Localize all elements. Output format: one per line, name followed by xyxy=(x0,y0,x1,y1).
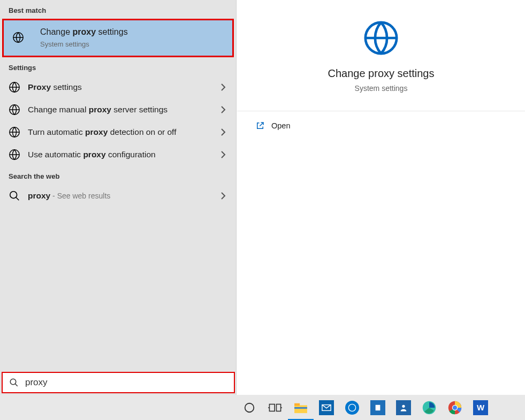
preview-title: Change proxy settings xyxy=(237,67,525,80)
svg-rect-10 xyxy=(276,404,280,411)
result-title: Use automatic proxy configuration xyxy=(28,149,212,160)
web-result-proxy[interactable]: proxy - See web results xyxy=(0,185,236,207)
best-match-title: Change proxy settings xyxy=(40,27,222,38)
blue-app-icon[interactable] xyxy=(365,395,391,420)
dell-app-icon[interactable] xyxy=(339,395,365,420)
svg-rect-16 xyxy=(376,404,381,410)
settings-result-turn-automatic-proxy[interactable]: Turn automatic proxy detection on or off xyxy=(0,121,236,143)
taskbar: W xyxy=(0,395,525,420)
result-title: Change manual proxy server settings xyxy=(28,104,212,115)
svg-point-17 xyxy=(402,404,405,407)
open-label: Open xyxy=(271,121,290,130)
chevron-right-icon xyxy=(217,106,230,113)
chevron-right-icon xyxy=(217,151,230,158)
settings-result-proxy-settings[interactable]: Proxy settings xyxy=(0,76,236,98)
svg-point-22 xyxy=(453,406,457,410)
settings-result-use-automatic-proxy[interactable]: Use automatic proxy configuration xyxy=(0,143,236,166)
file-explorer-icon[interactable] xyxy=(288,395,314,420)
svg-rect-12 xyxy=(294,403,300,406)
globe-icon xyxy=(9,104,28,116)
edge-browser-icon[interactable] xyxy=(416,395,442,420)
globe-icon xyxy=(9,81,28,93)
search-icon xyxy=(9,190,28,202)
cortana-icon[interactable] xyxy=(237,395,262,420)
chrome-browser-icon[interactable] xyxy=(442,395,468,420)
result-title: Turn automatic proxy detection on or off xyxy=(28,127,212,138)
svg-point-15 xyxy=(348,404,355,411)
svg-point-8 xyxy=(245,403,254,412)
globe-icon xyxy=(237,19,525,57)
svg-rect-11 xyxy=(294,405,307,413)
svg-rect-13 xyxy=(294,407,307,409)
chevron-right-icon xyxy=(217,83,230,91)
search-input[interactable] xyxy=(25,377,234,388)
task-view-icon[interactable] xyxy=(262,395,288,420)
open-icon xyxy=(255,121,271,131)
globe-icon xyxy=(9,149,28,161)
globe-icon xyxy=(12,32,40,43)
word-app-icon[interactable]: W xyxy=(468,395,493,420)
chevron-right-icon xyxy=(217,192,230,200)
result-title: proxy - See web results xyxy=(28,190,212,201)
search-box-container xyxy=(0,370,237,395)
contacts-app-icon[interactable] xyxy=(391,395,416,420)
section-header-best-match: Best match xyxy=(0,0,236,19)
best-match-subtitle: System settings xyxy=(40,40,222,48)
search-results-panel: Best match Change proxy settings System … xyxy=(0,0,237,395)
settings-result-change-manual-proxy[interactable]: Change manual proxy server settings xyxy=(0,98,236,121)
section-header-settings: Settings xyxy=(0,57,236,76)
svg-rect-9 xyxy=(269,404,275,411)
result-title: Proxy settings xyxy=(28,82,212,93)
mail-app-icon[interactable] xyxy=(314,395,339,420)
section-header-search-web: Search the web xyxy=(0,166,236,185)
svg-point-5 xyxy=(10,192,17,198)
search-box[interactable] xyxy=(2,372,235,393)
search-icon xyxy=(3,378,25,387)
preview-panel: Change proxy settings System settings Op… xyxy=(237,0,525,395)
best-match-result[interactable]: Change proxy settings System settings xyxy=(2,19,234,57)
preview-subtitle: System settings xyxy=(237,84,525,93)
globe-icon xyxy=(9,126,28,138)
svg-point-7 xyxy=(10,379,16,385)
chevron-right-icon xyxy=(217,128,230,136)
open-action[interactable]: Open xyxy=(237,111,525,140)
